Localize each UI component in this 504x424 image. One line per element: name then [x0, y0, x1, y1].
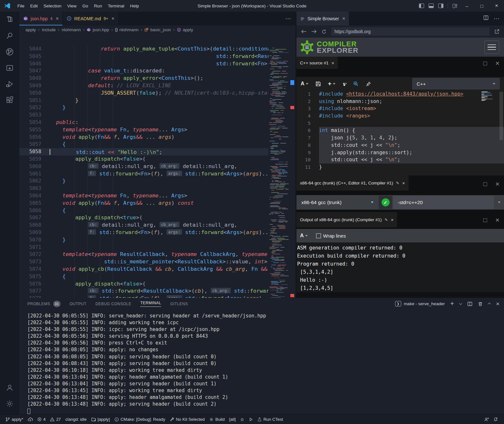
- menu-terminal[interactable]: Terminal: [105, 2, 127, 10]
- status-item-no-kit-selected[interactable]: No Kit Selected: [168, 415, 207, 424]
- account-icon[interactable]: [2, 380, 17, 396]
- maximize-panel-icon[interactable]: [488, 303, 490, 305]
- breadcrumb-item-apply[interactable]: apply: [25, 27, 36, 32]
- browser-more-actions-icon[interactable]: ⋯: [494, 15, 499, 22]
- menu-go[interactable]: Go: [80, 2, 91, 10]
- close-pane-icon[interactable]: ×: [495, 216, 499, 224]
- tab-readme-md[interactable]: README.md9+×: [63, 12, 119, 25]
- new-terminal-icon[interactable]: +: [450, 300, 454, 307]
- close-window-button[interactable]: ×: [489, 0, 504, 12]
- settings-gear-icon[interactable]: [2, 396, 17, 412]
- zoom-search-icon[interactable]: [353, 81, 359, 87]
- menu-view[interactable]: View: [64, 2, 80, 10]
- status-item-build[interactable]: Build: [207, 415, 227, 424]
- status-item-cmake-debug-ready[interactable]: CMake: [Debug]: Ready: [112, 415, 168, 424]
- breadcrumb-item-include[interactable]: include: [42, 27, 56, 32]
- breadcrumb-item-basic_json[interactable]: basic_json: [144, 27, 171, 32]
- ce-output-tab[interactable]: Output of x86-64 gcc (trunk) (Compiler #…: [296, 212, 397, 227]
- vim-mode-icon[interactable]: v: [343, 80, 346, 87]
- menu-edit[interactable]: Edit: [27, 2, 41, 10]
- tab-json-hpp[interactable]: C++json.hpp4×: [19, 12, 63, 25]
- hamburger-menu-icon[interactable]: [484, 41, 499, 54]
- font-size-icon[interactable]: A: [301, 81, 308, 87]
- layout-sidebar-left-icon[interactable]: [417, 0, 426, 12]
- menu-help[interactable]: Help: [127, 2, 142, 10]
- close-panel-icon[interactable]: ×: [496, 300, 499, 307]
- close-tab-icon[interactable]: ×: [111, 16, 114, 22]
- kill-terminal-icon[interactable]: [478, 301, 483, 306]
- status-item-apply-[interactable]: apply*: [3, 415, 25, 424]
- status-item-publish-icon[interactable]: [25, 415, 35, 424]
- panel-tab-terminal[interactable]: TERMINAL: [140, 298, 161, 310]
- search-icon[interactable]: [2, 28, 17, 44]
- rename-icon[interactable]: ✎: [396, 181, 399, 185]
- source-control-icon[interactable]: [2, 44, 17, 60]
- maximize-pane-icon[interactable]: □: [483, 60, 487, 67]
- close-icon[interactable]: ×: [402, 180, 405, 186]
- status-item--all-[interactable]: [all]: [227, 415, 238, 424]
- font-size-icon[interactable]: A: [300, 233, 308, 239]
- customize-layout-icon[interactable]: [450, 0, 460, 12]
- minimap[interactable]: [268, 45, 296, 298]
- status-item-27[interactable]: 27: [48, 415, 63, 424]
- layout-panel-icon[interactable]: [426, 0, 436, 12]
- status-item-clangd-idle[interactable]: clangd: idle: [63, 415, 89, 424]
- breadcrumb-item-json-hpp[interactable]: C++json.hpp: [87, 27, 109, 32]
- status-item-launch-icon[interactable]: [247, 415, 255, 424]
- editor-group-sash[interactable]: [296, 12, 296, 298]
- more-actions-icon[interactable]: ⋯: [285, 15, 291, 22]
- menu-run[interactable]: Run: [91, 2, 105, 10]
- checkbox-icon[interactable]: [316, 233, 321, 238]
- cmake-panel-icon[interactable]: [2, 60, 17, 76]
- ce-scrollbar[interactable]: [499, 92, 503, 140]
- breadcrumb-item-apply[interactable]: apply: [177, 27, 193, 32]
- save-icon[interactable]: [315, 81, 321, 87]
- close-tab-icon[interactable]: ×: [342, 16, 345, 22]
- status-item-feedback-icon[interactable]: [482, 415, 491, 424]
- status-item-4[interactable]: 4: [35, 415, 48, 424]
- add-pane-icon[interactable]: +: [328, 80, 335, 87]
- panel-tab-output[interactable]: OUTPUT: [70, 298, 86, 310]
- close-tab-icon[interactable]: ×: [56, 16, 59, 22]
- url-input[interactable]: [331, 27, 489, 36]
- status-item-run-ctest[interactable]: Run CTest: [255, 415, 285, 424]
- tab-simple-browser[interactable]: Simple Browser ×: [296, 12, 349, 25]
- panel-tab-gitlens[interactable]: GITLENS: [170, 298, 188, 310]
- back-icon[interactable]: [301, 29, 306, 34]
- split-terminal-icon[interactable]: [467, 301, 472, 306]
- panel-tab-debug-console[interactable]: DEBUG CONSOLE: [95, 298, 131, 310]
- close-pane-icon[interactable]: ×: [495, 59, 499, 68]
- breadcrumb-item-nlohmann[interactable]: {}nlohmann: [115, 27, 139, 32]
- language-select[interactable]: C++: [412, 78, 500, 90]
- compiler-options-input[interactable]: -std=c++20: [393, 196, 494, 209]
- run-debug-icon[interactable]: [2, 76, 17, 92]
- close-icon[interactable]: ×: [391, 217, 394, 222]
- status-item--apply-[interactable]: [apply]: [89, 415, 112, 424]
- code-editor[interactable]: 5044 return apply_make_tuple<ConstThis>(…: [19, 45, 296, 298]
- extensions-icon[interactable]: [2, 92, 17, 108]
- panel-tab-problems[interactable]: PROBLEMS31: [27, 298, 61, 310]
- pin-icon[interactable]: [366, 81, 371, 87]
- forward-icon[interactable]: [311, 29, 317, 34]
- menu-selection[interactable]: Selection: [41, 2, 64, 10]
- rename-icon[interactable]: ✎: [385, 218, 388, 222]
- maximize-button[interactable]: □: [474, 0, 489, 12]
- maximize-pane-icon[interactable]: □: [483, 181, 487, 188]
- minimize-button[interactable]: –: [460, 0, 474, 12]
- explorer-icon[interactable]: [2, 12, 17, 28]
- options-dropdown-icon[interactable]: [495, 202, 503, 203]
- status-item-notifications-bell-icon[interactable]: [491, 415, 500, 424]
- close-icon[interactable]: ×: [332, 60, 334, 66]
- terminal-dropdown-icon[interactable]: [460, 303, 462, 305]
- layout-sidebar-right-icon[interactable]: [436, 0, 446, 12]
- open-external-icon[interactable]: [494, 29, 499, 34]
- status-item-debug-icon[interactable]: [238, 415, 247, 424]
- split-editor-icon[interactable]: [483, 15, 489, 22]
- ce-source-tab[interactable]: C++ source #1 ×: [296, 57, 338, 69]
- breadcrumb-item-nlohmann[interactable]: nlohmann: [62, 27, 81, 32]
- reload-icon[interactable]: [322, 29, 326, 34]
- ce-compiler-tab[interactable]: x86-64 gcc (trunk) (C++, Editor #1, Comp…: [296, 175, 409, 191]
- close-pane-icon[interactable]: ×: [495, 180, 499, 188]
- menu-file[interactable]: File: [15, 2, 27, 10]
- maximize-pane-icon[interactable]: □: [483, 217, 487, 224]
